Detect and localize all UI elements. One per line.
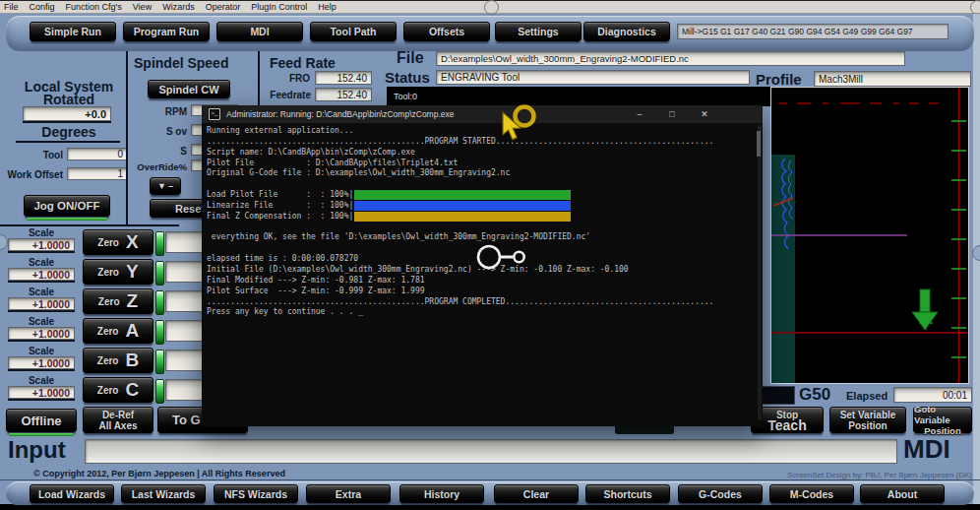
axis-letter: Z xyxy=(127,290,139,312)
console-body[interactable]: Running external application... ........… xyxy=(202,123,763,426)
zero-label: Zero xyxy=(97,326,119,337)
menu-operator[interactable]: Operator xyxy=(206,2,241,12)
scale-dro-y[interactable]: +1.0000 xyxy=(8,268,75,281)
spindle-cw-button[interactable]: Spindel CW xyxy=(148,80,230,98)
scale-label-c: Scale xyxy=(8,375,75,386)
scale-dro-a[interactable]: +1.0000 xyxy=(8,327,75,340)
close-button[interactable]: ✕ xyxy=(692,105,717,123)
tab-offsets[interactable]: Offsets xyxy=(403,22,490,41)
local-system-title2: Rotated xyxy=(14,92,124,107)
history-button[interactable]: History xyxy=(399,484,484,503)
scale-label-a: Scale xyxy=(8,316,75,327)
axis-letter: Y xyxy=(126,261,139,283)
deref-line1: De-Ref xyxy=(102,410,134,420)
zero-b-button[interactable]: Zero B xyxy=(83,348,153,373)
axis-letter: A xyxy=(125,320,139,342)
s-ov-label: S ov xyxy=(146,126,187,137)
tool-dro[interactable]: 0 xyxy=(67,148,128,160)
input-field[interactable] xyxy=(85,439,897,464)
offline-button[interactable]: Offline xyxy=(6,409,77,432)
load-wizards-button[interactable]: Load Wizards xyxy=(30,484,114,503)
zero-a-button[interactable]: Zero A xyxy=(83,318,153,344)
scale-dro-c[interactable]: +1.0000 xyxy=(8,386,75,399)
zero-y-button[interactable]: Zero Y xyxy=(83,259,153,285)
set-var-line1: Set Variable xyxy=(840,410,896,420)
goto-var-line2: Position xyxy=(924,425,960,436)
axis-led-x xyxy=(155,231,164,256)
g-codes-button[interactable]: G-Codes xyxy=(678,484,763,503)
scale-dro-b[interactable]: +1.0000 xyxy=(8,356,75,369)
annotation-circle-large-icon xyxy=(478,246,500,268)
zero-label: Zero xyxy=(97,385,119,396)
zero-x-button[interactable]: Zero X xyxy=(83,229,153,255)
work-offset-dro[interactable]: 1 xyxy=(67,167,128,180)
axis-led-b xyxy=(155,350,164,374)
progress-bar-z-compensation xyxy=(354,212,571,222)
jog-onoff-button[interactable]: Jog ON/OFF xyxy=(24,195,110,217)
tab-settings[interactable]: Settings xyxy=(495,22,582,41)
console-title-bar[interactable]: >_ Administrator: Running: D:\CandBApp\b… xyxy=(202,105,763,123)
status-field: ENGRAVING Tool xyxy=(436,70,750,85)
menu-view[interactable]: View xyxy=(133,2,152,12)
zero-label: Zero xyxy=(97,267,119,278)
fro-dro[interactable]: 152.40 xyxy=(315,71,372,85)
nfs-wizards-button[interactable]: NFS Wizards xyxy=(214,484,298,503)
toolpath-display[interactable] xyxy=(770,87,969,384)
menu-plugin-control[interactable]: PlugIn Control xyxy=(251,2,307,12)
gcode-dro xyxy=(762,386,795,405)
offline-led xyxy=(9,433,74,436)
last-wizards-button[interactable]: Last Wizards xyxy=(121,484,206,503)
set-var-line2: Position xyxy=(848,420,887,431)
tab-mdi[interactable]: MDI xyxy=(216,22,303,41)
progress-bar-load-pilot xyxy=(354,190,571,200)
spindle-down-button[interactable]: ▼– xyxy=(150,177,181,195)
shortcuts-button[interactable]: Shortcuts xyxy=(585,484,670,503)
console-output: Running external application... ........… xyxy=(207,126,713,318)
menu-file[interactable]: File xyxy=(4,2,19,12)
degrees-label: Degrees xyxy=(14,124,124,140)
tab-program-run[interactable]: Program Run xyxy=(123,22,210,41)
copyright-text: © Copyright 2012, Per Bjørn Jeppesen | A… xyxy=(33,469,285,478)
input-label: Input xyxy=(8,436,66,464)
extra-button[interactable]: Extra xyxy=(306,484,391,503)
screenset-credit: ScreenSet Design by: PBJ, Per Bjørn Jepp… xyxy=(689,471,972,479)
zero-z-button[interactable]: Zero Z xyxy=(83,288,153,314)
zero-label: Zero xyxy=(97,355,119,366)
menu-help[interactable]: Help xyxy=(318,2,337,12)
gcode-window-toolinfo: Tool:0 xyxy=(387,87,770,106)
clear-button[interactable]: Clear xyxy=(494,484,579,503)
file-field[interactable]: D:\examples\Owl_width_300mm_Engraving2-M… xyxy=(436,51,905,66)
deref-all-axes-button[interactable]: De-Ref All Axes xyxy=(83,407,153,433)
status-label: Status xyxy=(385,69,430,86)
scale-dro-x[interactable]: +1.0000 xyxy=(8,238,75,251)
deref-line2: All Axes xyxy=(98,420,137,431)
menu-function-cfgs[interactable]: Function Cfg's xyxy=(66,2,122,12)
minimize-button[interactable]: – xyxy=(627,105,652,123)
set-variable-position-button[interactable]: Set Variable Position xyxy=(829,407,906,433)
goto-var-line1: Goto Variable xyxy=(914,404,971,425)
feedrate-dro[interactable]: 152.40 xyxy=(315,88,372,101)
tab-tool-path[interactable]: Tool Path xyxy=(310,22,397,41)
goto-variable-position-button[interactable]: Goto Variable Position xyxy=(913,407,972,433)
scale-dro-z[interactable]: +1.0000 xyxy=(8,297,75,310)
maximize-button[interactable]: □ xyxy=(659,105,685,123)
profile-label: Profile xyxy=(756,71,802,88)
chrome-circle-icon xyxy=(970,0,980,15)
tab-diagnostics[interactable]: Diagnostics xyxy=(583,22,670,41)
gcode-modes-field: Mill->G15 G1 G17 G40 G21 G90 G94 G54 G49… xyxy=(677,24,949,39)
tab-simple-run[interactable]: Simple Run xyxy=(30,22,116,41)
about-button[interactable]: About xyxy=(860,484,945,503)
axis-led-c xyxy=(155,379,164,404)
menu-wizards[interactable]: Wizards xyxy=(162,2,195,12)
elapsed-label: Elapsed xyxy=(846,390,888,402)
dash-icon: – xyxy=(168,181,173,191)
m-codes-button[interactable]: M-Codes xyxy=(769,484,854,503)
rotation-dro[interactable]: +0.0 xyxy=(23,106,111,121)
menu-config[interactable]: Config xyxy=(30,2,55,12)
console-scrollbar[interactable] xyxy=(758,125,762,420)
override-label: OverRide% xyxy=(130,161,187,172)
axis-led-y xyxy=(155,261,164,286)
file-label: File xyxy=(397,49,424,67)
zero-label: Zero xyxy=(97,237,119,248)
zero-c-button[interactable]: Zero C xyxy=(83,377,153,403)
